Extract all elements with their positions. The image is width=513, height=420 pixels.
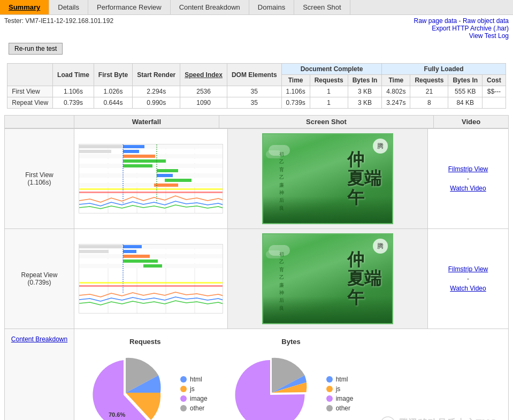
rv-watch-link[interactable]: Watch Video — [450, 285, 486, 292]
svg-rect-12 — [79, 183, 223, 187]
svg-rect-27 — [79, 192, 223, 193]
legend-image-bytes: image — [326, 395, 354, 402]
svg-rect-23 — [154, 184, 178, 187]
svg-rect-24 — [79, 188, 223, 190]
first-view-video: Filmstrip View - Watch Video — [428, 129, 508, 228]
rv-first-byte: 0.644s — [94, 97, 132, 109]
svg-rect-16 — [123, 150, 139, 153]
breakdown-label-cell: Content Breakdown — [5, 329, 74, 420]
fv-fl-requests: 21 — [410, 86, 448, 97]
first-view-waterfall[interactable] — [74, 129, 228, 228]
svg-rect-13 — [79, 145, 122, 148]
legend-dot-html-req — [180, 376, 187, 383]
nav-item-content[interactable]: Content Breakdown — [171, 0, 249, 14]
svg-rect-20 — [157, 169, 178, 172]
nav-item-domains[interactable]: Domains — [249, 0, 294, 14]
watermark-text: 腾 腾讯移动品质中心TMQ — [380, 416, 497, 420]
breakdown-charts: Requests — [74, 329, 511, 420]
legend-dot-image-req — [180, 395, 187, 402]
fv-fl-time: 4.802s — [382, 86, 410, 97]
fv-filmstrip-link[interactable]: Filmstrip View — [448, 165, 488, 173]
tester-info: Tester: VM7-IE11-12-192.168.101.192 — [4, 17, 113, 25]
svg-rect-17 — [123, 155, 155, 158]
repeat-view-section-label: Repeat View (0.739s) — [5, 229, 74, 329]
dc-requests-header: Requests — [310, 75, 348, 86]
svg-rect-43 — [143, 264, 162, 268]
first-view-label: First View — [7, 86, 53, 97]
rv-dc-bytes: 3 KB — [348, 97, 382, 109]
legend-image-req: image — [180, 395, 208, 402]
col-first-byte: First Byte — [94, 64, 132, 86]
svg-rect-38 — [79, 250, 109, 253]
legend-dot-html-bytes — [326, 376, 333, 383]
raw-page-data-link[interactable]: Raw page data — [414, 17, 457, 25]
rv-fl-bytes: 84 KB — [448, 97, 483, 109]
svg-rect-41 — [123, 255, 150, 258]
svg-text:70.6%: 70.6% — [109, 411, 125, 418]
fl-bytes-header: Bytes In — [448, 75, 483, 86]
svg-rect-46 — [79, 285, 223, 287]
col-speed-index: Speed Index — [180, 64, 227, 86]
rv-dom-elements: 35 — [227, 97, 281, 109]
nav-item-details[interactable]: Details — [49, 0, 88, 14]
fv-fl-cost: $$--- — [483, 86, 506, 97]
content-breakdown-link[interactable]: Content Breakdown — [11, 335, 67, 343]
repeat-view-label: Repeat View — [7, 97, 53, 109]
requests-pie: 70.6% — [83, 350, 169, 420]
nav-item-summary[interactable]: Summary — [0, 0, 49, 14]
svg-rect-10 — [79, 173, 223, 178]
svg-rect-37 — [79, 245, 122, 248]
bytes-pie-svg — [229, 350, 315, 420]
svg-rect-9 — [79, 169, 223, 173]
svg-rect-15 — [123, 145, 144, 148]
bytes-chart-with-legend: html js image other — [229, 350, 354, 420]
export-har-link[interactable]: Export HTTP Archive (.har) — [432, 25, 509, 32]
svg-rect-11 — [79, 178, 223, 182]
legend-js-bytes: js — [326, 385, 354, 393]
fv-load-time: 1.106s — [53, 86, 94, 97]
rv-dc-requests: 1 — [310, 97, 348, 109]
legend-js-req: js — [180, 385, 208, 393]
requests-title: Requests — [129, 338, 161, 346]
svg-rect-42 — [123, 259, 158, 263]
fv-speed-index: 2536 — [180, 86, 227, 97]
first-view-section: First View (1.106s) — [5, 128, 508, 228]
legend-html-bytes: html — [326, 376, 354, 383]
rv-start-render: 0.990s — [133, 97, 180, 109]
repeat-view-video: Filmstrip View - Watch Video — [428, 229, 508, 329]
fv-dom-elements: 35 — [227, 86, 281, 97]
fv-fl-bytes: 555 KB — [448, 86, 483, 97]
svg-point-48 — [381, 417, 395, 420]
svg-rect-40 — [123, 250, 136, 253]
repeat-view-screenshot: 腾 仲夏端午 初乙育乙廉神后良 — [228, 229, 428, 329]
legend-dot-other-req — [180, 405, 187, 411]
svg-rect-34 — [79, 254, 223, 258]
metrics-section: Load Time First Byte Start Render Speed … — [0, 61, 513, 111]
fv-watch-link[interactable]: Watch Video — [450, 185, 486, 192]
view-log-link[interactable]: View Test Log — [469, 32, 509, 40]
nav-item-performance[interactable]: Performance Review — [88, 0, 171, 14]
dc-time-header: Time — [281, 75, 310, 86]
svg-rect-14 — [79, 150, 111, 153]
nav-item-screenshot[interactable]: Screen Shot — [294, 0, 350, 14]
fv-dc-requests: 1 — [310, 86, 348, 97]
content-breakdown-section: Content Breakdown Requests — [4, 329, 509, 420]
fully-loaded-header: Fully Loaded — [382, 64, 506, 75]
legend-dot-image-bytes — [326, 395, 333, 402]
waterfall-section: Waterfall Screen Shot Video First View (… — [4, 115, 509, 329]
watermark-area: 腾 腾讯移动品质中心TMQ — [374, 338, 502, 420]
repeat-view-section: Repeat View (0.739s) — [5, 228, 508, 329]
col-start-render: Start Render — [133, 64, 180, 86]
raw-object-data-link[interactable]: Raw object data — [463, 17, 509, 25]
rerun-button[interactable]: Re-run the test — [9, 43, 63, 55]
rv-fl-time: 3.247s — [382, 97, 410, 109]
waterfall-header: Waterfall — [74, 116, 219, 128]
rv-filmstrip-link[interactable]: Filmstrip View — [448, 265, 488, 273]
first-view-section-label: First View (1.106s) — [5, 129, 74, 228]
col-dom-elements: DOM Elements — [227, 64, 281, 86]
legend-dot-js-req — [180, 386, 187, 392]
rv-fl-requests: 8 — [410, 97, 448, 109]
bytes-chart-group: Bytes — [229, 338, 354, 420]
repeat-view-waterfall[interactable] — [74, 229, 228, 329]
dc-bytes-header: Bytes In — [348, 75, 382, 86]
